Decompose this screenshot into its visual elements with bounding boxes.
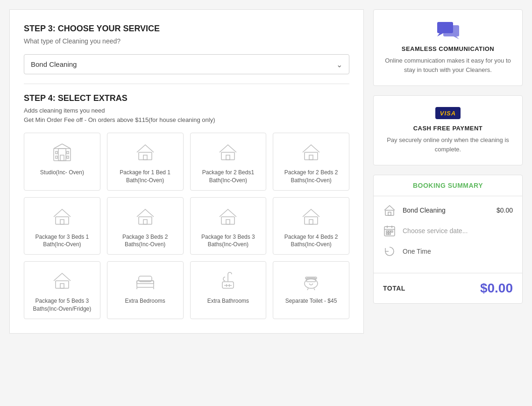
step3-subtitle: What type of Cleaning you need?: [24, 37, 349, 45]
summary-frequency-content: One Time: [403, 248, 513, 255]
house-summary-icon: [383, 204, 396, 217]
svg-rect-7: [67, 156, 69, 158]
extra-card-bathrooms[interactable]: Extra Bathrooms: [190, 261, 267, 319]
visa-icon: VISA: [383, 107, 513, 119]
svg-rect-15: [56, 217, 69, 224]
refresh-icon: [383, 245, 396, 258]
service-select-wrapper[interactable]: Bond Cleaning Regular Cleaning Deep Clea…: [24, 54, 349, 74]
extra-card-toilet[interactable]: Separate Toilet - $45: [273, 261, 349, 319]
svg-rect-54: [386, 233, 388, 235]
svg-rect-55: [389, 233, 390, 235]
extra-label-pkg8: Package for 5 Beds 3 Baths(Inc-Oven/Frid…: [28, 297, 96, 313]
svg-rect-51: [386, 231, 388, 232]
summary-date-row: Choose service date...: [383, 224, 513, 237]
svg-rect-52: [389, 231, 390, 232]
step4-note1: Adds cleaning items you need: [24, 107, 349, 114]
toilet-icon: [297, 269, 325, 292]
svg-rect-12: [226, 155, 230, 160]
extra-card-pkg4bed2bath[interactable]: Package for 4 Beds 2 Baths(Inc-Oven): [273, 197, 349, 255]
step3-title: STEP 3: CHOOSE YOUR SERVICE: [24, 24, 349, 34]
payment-desc: Pay securely online only when the cleani…: [383, 135, 513, 154]
summary-service-row: Bond Cleaning $0.00: [383, 204, 513, 217]
svg-rect-14: [309, 155, 313, 160]
svg-rect-21: [305, 217, 318, 224]
svg-rect-1: [58, 149, 66, 161]
svg-rect-22: [309, 220, 313, 224]
house-icon-5: [131, 205, 159, 228]
house-icon-4: [48, 205, 76, 228]
payment-card: VISA CASH FREE PAYMENT Pay securely onli…: [373, 95, 523, 165]
svg-marker-42: [437, 33, 443, 36]
summary-date-placeholder: Choose service date...: [403, 227, 468, 235]
extra-label-pkg5: Package 3 Beds 2 Baths(Inc-Oven): [111, 233, 179, 249]
svg-rect-18: [143, 220, 147, 224]
svg-rect-8: [60, 155, 64, 161]
svg-line-40: [314, 288, 315, 290]
house-icon-3: [297, 141, 325, 164]
house-icon-6: [214, 205, 242, 228]
svg-marker-44: [454, 36, 459, 39]
svg-rect-46: [388, 212, 391, 215]
svg-line-2: [54, 144, 62, 149]
svg-rect-6: [56, 156, 57, 158]
summary-service-content: Bond Cleaning $0.00: [403, 207, 513, 214]
svg-rect-16: [60, 220, 64, 224]
svg-rect-9: [139, 152, 152, 160]
extra-card-pkg3bed3bath[interactable]: Package for 3 Beds 3 Baths(Inc-Oven): [190, 197, 267, 255]
svg-rect-19: [221, 217, 234, 224]
extra-label-pkg3: Package for 2 Beds 2 Baths(Inc-Oven): [277, 169, 345, 185]
extra-label-bedrooms: Extra Bedrooms: [125, 297, 165, 305]
svg-rect-13: [305, 152, 318, 160]
extra-label-pkg6: Package for 3 Beds 3 Baths(Inc-Oven): [194, 233, 262, 249]
house-icon: [131, 141, 159, 164]
communication-title: SEAMLESS COMMUNICATION: [383, 45, 513, 52]
bed-icon: [131, 269, 159, 292]
extra-label-pkg1: Package for 1 Bed 1 Bath(Inc-Oven): [111, 169, 179, 185]
extra-card-pkg3bed1bath[interactable]: Package for 3 Beds 1 Bath(Inc-Oven): [24, 197, 100, 255]
main-content: STEP 3: CHOOSE YOUR SERVICE What type of…: [9, 9, 364, 334]
svg-rect-20: [226, 220, 230, 224]
summary-frequency-row: One Time: [383, 245, 513, 258]
step4-title: STEP 4: SELECT EXTRAS: [24, 93, 349, 103]
svg-rect-31: [222, 282, 234, 288]
section-divider: [24, 84, 349, 84]
extra-card-pkg3bed2bath[interactable]: Package 3 Beds 2 Baths(Inc-Oven): [107, 197, 184, 255]
extra-label-pkg4: Package for 3 Beds 1 Bath(Inc-Oven): [28, 233, 96, 249]
building-icon: [48, 141, 76, 164]
extra-card-pkg5bed3bath[interactable]: Package for 5 Beds 3 Baths(Inc-Oven/Frid…: [24, 261, 100, 319]
summary-service-name: Bond Cleaning: [403, 207, 446, 214]
svg-line-39: [307, 288, 308, 290]
calendar-icon: [383, 224, 396, 237]
svg-rect-23: [56, 281, 69, 288]
extra-label-pkg7: Package for 4 Beds 2 Baths(Inc-Oven): [277, 233, 345, 249]
shower-icon: [214, 269, 242, 292]
booking-summary-header: BOOKING SUMMARY: [374, 175, 522, 196]
chat-icon: [436, 21, 460, 40]
total-amount: $0.00: [480, 281, 513, 296]
svg-rect-43: [443, 25, 459, 36]
step4-section: STEP 4: SELECT EXTRAS Adds cleaning item…: [24, 93, 349, 319]
communication-card: SEAMLESS COMMUNICATION Online communicat…: [373, 9, 523, 86]
svg-rect-5: [67, 151, 69, 154]
summary-total-row: TOTAL $0.00: [374, 273, 522, 303]
svg-rect-24: [60, 284, 64, 288]
booking-summary-card: BOOKING SUMMARY Bond Cleaning $0.00: [373, 175, 523, 304]
extra-card-pkg2bed2bath[interactable]: Package for 2 Beds 2 Baths(Inc-Oven): [273, 133, 349, 191]
extra-card-pkg2bed1bath[interactable]: Package for 2 Beds1 Bath(Inc-Oven): [190, 133, 267, 191]
extra-card-bedrooms[interactable]: Extra Bedrooms: [107, 261, 184, 319]
svg-rect-10: [143, 155, 147, 160]
booking-summary-body: Bond Cleaning $0.00 Choose service date.…: [374, 196, 522, 273]
payment-title: CASH FREE PAYMENT: [383, 125, 513, 132]
svg-rect-17: [139, 217, 152, 224]
extra-label-pkg2: Package for 2 Beds1 Bath(Inc-Oven): [194, 169, 262, 185]
summary-frequency: One Time: [403, 248, 431, 255]
house-icon-7: [297, 205, 325, 228]
extra-label-toilet: Separate Toilet - $45: [285, 297, 337, 305]
house-icon-2: [214, 141, 242, 164]
extra-label-bathrooms: Extra Bathrooms: [207, 297, 249, 305]
svg-rect-4: [56, 151, 57, 154]
extra-card-pkg1bed1bath[interactable]: Package for 1 Bed 1 Bath(Inc-Oven): [107, 133, 184, 191]
svg-rect-11: [221, 152, 234, 160]
service-select[interactable]: Bond Cleaning Regular Cleaning Deep Clea…: [24, 55, 349, 74]
extra-card-studio[interactable]: Studio(Inc- Oven): [24, 133, 100, 191]
